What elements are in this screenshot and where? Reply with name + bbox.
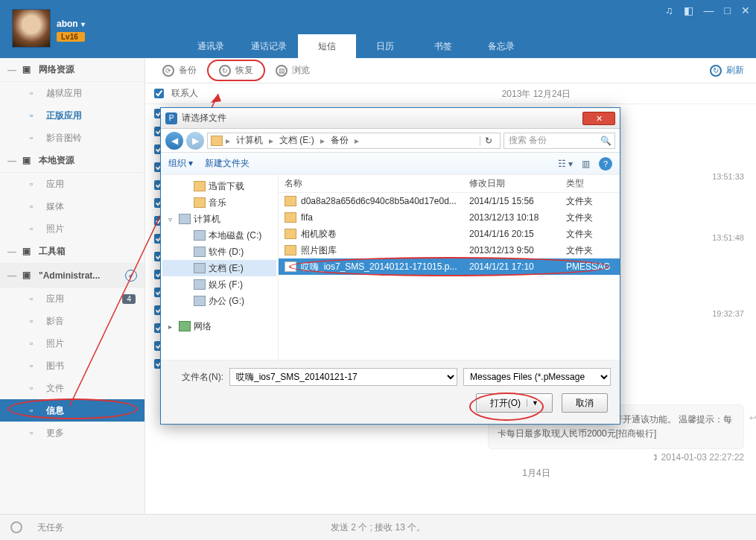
status-bar: 无任务 发送 2 个 ; 接收 13 个。 bbox=[0, 514, 756, 540]
music-icon[interactable]: ♫ bbox=[665, 4, 673, 16]
tree-node[interactable]: 迅雷下载 bbox=[162, 178, 276, 194]
file-row[interactable]: 哎嗨_ios7_SMS_20140121-171015.p...2014/1/2… bbox=[279, 258, 620, 275]
tree-node[interactable]: 本地磁盘 (C:) bbox=[162, 227, 276, 244]
file-type-filter[interactable]: Messages Files (*.pMessage bbox=[463, 368, 611, 386]
tab-4[interactable]: 书签 bbox=[414, 34, 472, 58]
filename-input[interactable]: 哎嗨_ios7_SMS_20140121-17 bbox=[229, 368, 457, 386]
contacts-label: 联系人 bbox=[171, 87, 198, 100]
preview-pane-button[interactable]: ▥ bbox=[582, 159, 590, 169]
sidebar-item[interactable]: ▫照片 bbox=[0, 332, 144, 355]
app-icon: P bbox=[165, 112, 177, 124]
sidebar-item[interactable]: ▫文件 bbox=[0, 377, 144, 399]
sidebar: —▣网络资源▫越狱应用▫正版应用▫影音图铃—▣本地资源▫应用▫媒体▫照片—▣工具… bbox=[0, 58, 145, 514]
sidebar-item[interactable]: ▫信息 bbox=[0, 399, 144, 422]
dialog-footer: 文件名(N): 哎嗨_ios7_SMS_20140121-17 Messages… bbox=[161, 360, 620, 424]
msg-time: 🕽 2014-01-03 22:27:22 bbox=[317, 452, 756, 463]
window-controls: ♫ ◧ — □ ✕ bbox=[665, 0, 756, 58]
dialog-title: 请选择文件 bbox=[182, 112, 226, 124]
folder-icon bbox=[211, 136, 223, 146]
restore-button[interactable]: ↻恢复 bbox=[209, 61, 264, 80]
sidebar-item[interactable]: ▫越狱应用 bbox=[0, 82, 144, 104]
folder-tree[interactable]: 迅雷下载音乐▿计算机本地磁盘 (C:)软件 (D:)文档 (E:)娱乐 (F:)… bbox=[161, 175, 279, 360]
open-dropdown-icon[interactable]: ▼ bbox=[527, 399, 539, 407]
tree-node[interactable]: 音乐 bbox=[162, 194, 276, 211]
refresh-icon: ↻ bbox=[710, 65, 722, 77]
sidebar-item[interactable]: ▫照片 bbox=[0, 217, 144, 240]
sidebar-item[interactable]: ▫媒体 bbox=[0, 195, 144, 217]
file-list[interactable]: 名称 修改日期 类型 d0a8a28a656d6c940c8b5a40d17e0… bbox=[279, 175, 620, 360]
skin-icon[interactable]: ◧ bbox=[684, 4, 693, 16]
backup-button[interactable]: ⟳备份 bbox=[155, 61, 204, 80]
minimize-icon[interactable]: — bbox=[704, 4, 714, 16]
sidebar-group[interactable]: —▣本地资源 bbox=[0, 149, 144, 173]
sidebar-item[interactable]: ▫影音图铃 bbox=[0, 127, 144, 149]
sidebar-item[interactable]: ▫正版应用 bbox=[0, 104, 144, 127]
file-list-header[interactable]: 名称 修改日期 类型 bbox=[279, 175, 620, 193]
nav-back-button[interactable]: ◀ bbox=[165, 132, 183, 150]
refresh-crumb-icon[interactable]: ↻ bbox=[480, 136, 497, 146]
file-row[interactable]: d0a8a28a656d6c940c8b5a40d17e0d...2014/1/… bbox=[279, 193, 620, 209]
tree-node[interactable]: ▿计算机 bbox=[162, 211, 276, 227]
close-icon[interactable]: ✕ bbox=[741, 4, 750, 16]
breadcrumb[interactable]: ▸计算机 ▸文档 (E:) ▸备份 ▸ ↻ bbox=[207, 133, 501, 149]
backup-icon: ⟳ bbox=[162, 65, 174, 77]
dialog-nav: ◀ ▶ ▸计算机 ▸文档 (E:) ▸备份 ▸ ↻ 搜索 备份 🔍 bbox=[161, 129, 620, 153]
tree-node[interactable]: 文档 (E:) bbox=[162, 260, 276, 276]
sidebar-group[interactable]: —▣"Administrat...✓ bbox=[0, 264, 144, 288]
maximize-icon[interactable]: □ bbox=[725, 4, 731, 16]
tree-node[interactable]: 软件 (D:) bbox=[162, 244, 276, 260]
tab-2[interactable]: 短信 bbox=[298, 34, 356, 58]
tab-0[interactable]: 通讯录 bbox=[182, 34, 240, 58]
browse-button[interactable]: ▤浏览 bbox=[268, 61, 317, 80]
app-header: abon▾ Lv16 通讯录通话记录短信日历书签备忘录 ♫ ◧ — □ ✕ bbox=[0, 0, 756, 58]
tree-node[interactable]: 办公 (G:) bbox=[162, 293, 276, 309]
nav-forward-button[interactable]: ▶ bbox=[186, 132, 204, 150]
dialog-close-button[interactable]: ✕ bbox=[582, 112, 615, 125]
sidebar-item[interactable]: ▫图书 bbox=[0, 355, 144, 377]
caret-down-icon: ▾ bbox=[81, 20, 85, 28]
date-divider: 1月4日 bbox=[317, 463, 756, 484]
refresh-button[interactable]: ↻刷新 bbox=[710, 64, 744, 77]
organize-button[interactable]: 组织 ▾ bbox=[168, 157, 193, 170]
avatar[interactable] bbox=[12, 9, 51, 48]
help-icon[interactable]: ? bbox=[599, 157, 612, 171]
main-tabs: 通讯录通话记录短信日历书签备忘录 bbox=[182, 34, 530, 58]
username[interactable]: abon▾ bbox=[57, 17, 85, 29]
file-row[interactable]: 相机胶卷2014/1/16 20:15文件夹 bbox=[279, 226, 620, 242]
browse-icon: ▤ bbox=[276, 65, 288, 77]
tree-node[interactable]: ▸网络 bbox=[162, 318, 276, 334]
filename-label: 文件名(N): bbox=[170, 371, 223, 384]
file-open-dialog: P 请选择文件 ✕ ◀ ▶ ▸计算机 ▸文档 (E:) ▸备份 ▸ ↻ 搜索 备… bbox=[160, 107, 620, 425]
restore-icon: ↻ bbox=[219, 65, 231, 77]
transfer-status: 发送 2 个 ; 接收 13 个。 bbox=[331, 521, 425, 534]
tab-5[interactable]: 备忘录 bbox=[472, 34, 530, 58]
settings-icon[interactable] bbox=[10, 521, 22, 533]
cancel-button[interactable]: 取消 bbox=[562, 393, 608, 413]
date-divider: 2013年 12月24日 bbox=[317, 83, 756, 105]
tab-1[interactable]: 通话记录 bbox=[240, 34, 298, 58]
search-icon: 🔍 bbox=[600, 136, 612, 146]
sidebar-item[interactable]: ▫应用4 bbox=[0, 288, 144, 310]
task-status: 无任务 bbox=[37, 521, 64, 534]
open-button[interactable]: 打开(O)▼ bbox=[476, 393, 553, 413]
sidebar-group[interactable]: —▣网络资源 bbox=[0, 58, 144, 82]
sidebar-item[interactable]: ▫更多 bbox=[0, 422, 144, 444]
file-row[interactable]: 照片图库2013/12/13 9:50文件夹 bbox=[279, 242, 620, 258]
tab-3[interactable]: 日历 bbox=[356, 34, 414, 58]
file-row[interactable]: fifa2013/12/13 10:18文件夹 bbox=[279, 209, 620, 226]
level-badge: Lv16 bbox=[57, 32, 85, 42]
sidebar-item[interactable]: ▫应用 bbox=[0, 173, 144, 195]
dialog-toolbar: 组织 ▾ 新建文件夹 ☷ ▾ ▥ ? bbox=[161, 153, 620, 175]
sidebar-item[interactable]: ▫影音 bbox=[0, 310, 144, 332]
new-folder-button[interactable]: 新建文件夹 bbox=[205, 157, 250, 170]
view-mode-button[interactable]: ☷ ▾ bbox=[558, 159, 573, 169]
dialog-titlebar[interactable]: P 请选择文件 ✕ bbox=[161, 108, 620, 129]
sidebar-group[interactable]: —▣工具箱 bbox=[0, 240, 144, 264]
select-all-checkbox[interactable] bbox=[154, 89, 164, 98]
tree-node[interactable]: 娱乐 (F:) bbox=[162, 276, 276, 293]
dialog-search-input[interactable]: 搜索 备份 🔍 bbox=[504, 133, 615, 149]
reply-icon[interactable]: ↩ bbox=[749, 411, 756, 425]
